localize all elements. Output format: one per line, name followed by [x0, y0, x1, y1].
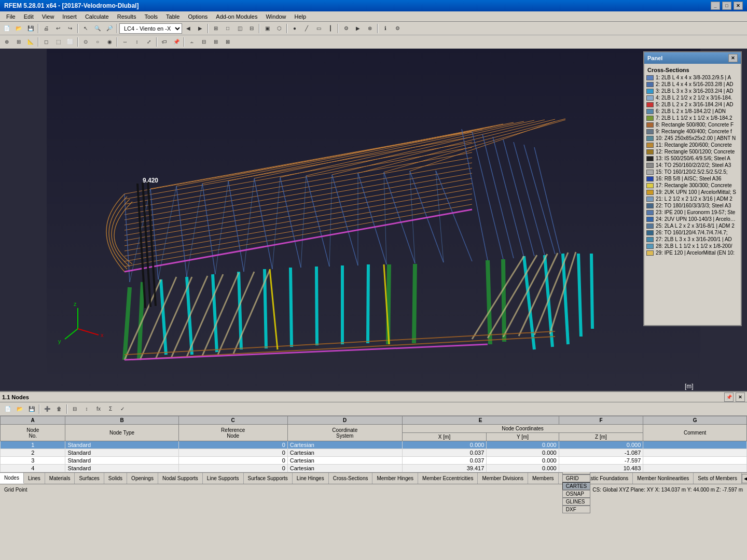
tab-nodes[interactable]: Nodes: [0, 473, 24, 484]
cross-section-item[interactable]: 26: TO 160/120/4.7/4.7/4.7/4.7;: [645, 229, 740, 236]
status-btn-cartes[interactable]: CARTES: [562, 482, 590, 490]
tb2-measure[interactable]: 📐: [25, 36, 36, 48]
tb-view2[interactable]: □: [222, 23, 233, 34]
status-btn-dxf[interactable]: DXF: [562, 506, 590, 513]
tab-openings[interactable]: Openings: [127, 473, 158, 484]
cross-section-item[interactable]: 7: 2LB L 1 1/2 x 1 1/2 x 1/8-184.2: [645, 115, 740, 121]
cross-section-item[interactable]: 6: 2LB L 2 x 1/8-184.2/2 | ADN: [645, 108, 740, 115]
status-btn-grid[interactable]: GRID: [562, 474, 590, 482]
cross-section-item[interactable]: 25: 2LA L 2 x 2 x 3/16-8/1 | ADM 2: [645, 222, 740, 229]
tb-line[interactable]: ╱: [301, 23, 312, 34]
cross-section-item[interactable]: 3: 2LB L 3 x 3 x 3/16-203.2/4 | AD: [645, 88, 740, 94]
tb2-axis3[interactable]: ⤢: [143, 36, 155, 48]
menu-help[interactable]: Help: [290, 12, 311, 21]
tb-table-save[interactable]: 💾: [26, 403, 37, 415]
cross-section-item[interactable]: 2: 2LB L 4 x 4 x 5/16-203.2/8 | AD: [645, 81, 740, 88]
menu-addon[interactable]: Add-on Modules: [212, 12, 261, 21]
tab-cross-sections[interactable]: Cross-Sections: [329, 473, 373, 484]
load-case-dropdown[interactable]: LC4 - Viento en -X: [119, 23, 182, 34]
menu-calculate[interactable]: Calculate: [81, 12, 113, 21]
tb-save[interactable]: 💾: [25, 23, 36, 34]
cross-section-item[interactable]: 22: TO 180/160/3/3/3/3; Steel A3: [645, 202, 740, 209]
tb-member[interactable]: ┃: [325, 23, 336, 34]
table-pin-button[interactable]: 📌: [724, 393, 734, 402]
tb-node[interactable]: ●: [289, 23, 300, 34]
status-btn-osnap[interactable]: OSNAP: [562, 490, 590, 498]
close-button[interactable]: ✕: [734, 2, 743, 10]
tab-line-supports[interactable]: Line Supports: [203, 473, 244, 484]
cross-section-item[interactable]: 12: Rectangle 500/1200; Concrete: [645, 148, 740, 155]
cross-section-item[interactable]: 13: IS 500/250/6.4/9.5/6; Steel A: [645, 155, 740, 162]
tb-view4[interactable]: ⊟: [246, 23, 257, 34]
tb-table-new[interactable]: 📄: [2, 403, 13, 415]
tb2-grid[interactable]: ⊞: [13, 36, 24, 48]
menu-window[interactable]: Window: [261, 12, 290, 21]
tb2-filter1[interactable]: ⫠: [186, 36, 198, 48]
tb2-filter4[interactable]: ⊠: [222, 36, 233, 48]
cross-section-item[interactable]: 19: 2UK UPN 100 | ArcelorMittal; S: [645, 189, 740, 195]
table-row[interactable]: 4 Standard 0 Cartesian 39.417 0.000 10.4…: [1, 465, 747, 472]
tb-prev[interactable]: ◀: [183, 23, 194, 34]
tb2-tag1[interactable]: 🏷: [159, 36, 170, 48]
tb2-display2[interactable]: ○: [92, 36, 103, 48]
tab-nodal-supports[interactable]: Nodal Supports: [158, 473, 203, 484]
tb-settings[interactable]: ⚙: [392, 23, 403, 34]
cross-section-item[interactable]: 28: 2LB L 1 1/2 x 1 1/2 x 1/8-200/: [645, 243, 740, 249]
tb-table-del[interactable]: 🗑: [53, 403, 65, 415]
table-close-button[interactable]: ✕: [736, 393, 745, 402]
menu-tools[interactable]: Tools: [140, 12, 162, 21]
tb-cursor[interactable]: ↖: [80, 23, 91, 34]
menu-options[interactable]: Options: [184, 12, 212, 21]
menu-insert[interactable]: Insert: [58, 12, 81, 21]
tb-new[interactable]: 📄: [1, 23, 12, 34]
cross-section-item[interactable]: 10: Z45 250x85x25x2.00 | ABNT N: [645, 135, 740, 142]
cross-section-item[interactable]: 17: Rectangle 300/300; Concrete: [645, 182, 740, 189]
tb-view3[interactable]: ◫: [234, 23, 245, 34]
tb-table-sigma[interactable]: Σ: [105, 403, 116, 415]
tab-surface-supports[interactable]: Surface Supports: [244, 473, 293, 484]
cross-section-item[interactable]: 24: 2UV UPN 100-140/3 | Arcelorm: [645, 216, 740, 222]
tb-surface[interactable]: ▭: [313, 23, 324, 34]
tb-redo[interactable]: ↪: [64, 23, 76, 34]
tb-open[interactable]: 📂: [13, 23, 24, 34]
cross-section-item[interactable]: 9: Rectangle 400/400; Concrete f: [645, 128, 740, 135]
cross-section-item[interactable]: 29: IPE 120 | ArcelorMittal (EN 10:: [645, 249, 740, 256]
tb-table-open[interactable]: 📂: [14, 403, 25, 415]
tb-zoom-out[interactable]: 🔎: [104, 23, 115, 34]
tab-member-eccentricities[interactable]: Member Eccentricities: [418, 473, 478, 484]
tb2-tag2[interactable]: 📌: [171, 36, 182, 48]
viewport-3d[interactable]: 9.420 z y x [m] Panel ✕ Cross-Sections 1…: [0, 49, 747, 391]
table-row[interactable]: 2 Standard 0 Cartesian 0.037 0.000 -1.08…: [1, 449, 747, 457]
minimize-button[interactable]: _: [711, 2, 720, 10]
tb2-axis2[interactable]: ↕: [131, 36, 143, 48]
tb-table-add[interactable]: ➕: [42, 403, 53, 415]
cross-section-item[interactable]: 1: 2LB L 4 x 4 x 3/8-203.2/9.5 | A: [645, 74, 740, 81]
cross-section-item[interactable]: 21: L 2 1/2 x 2 1/2 x 3/16 | ADM 2: [645, 195, 740, 202]
tb-next[interactable]: ▶: [195, 23, 206, 34]
menu-file[interactable]: File: [2, 12, 20, 21]
tb2-snap[interactable]: ⊕: [1, 36, 12, 48]
tb2-display3[interactable]: ◉: [104, 36, 115, 48]
tab-line-hinges[interactable]: Line Hinges: [293, 473, 329, 484]
cross-section-item[interactable]: 8: Rectangle 500/800; Concrete F: [645, 121, 740, 128]
tb-info[interactable]: ℹ: [380, 23, 391, 34]
tb2-sel1[interactable]: ◻: [40, 36, 52, 48]
tab-member-divisions[interactable]: Member Divisions: [478, 473, 528, 484]
menu-edit[interactable]: Edit: [20, 12, 38, 21]
cross-section-item[interactable]: 11: Rectangle 200/600; Concrete: [645, 142, 740, 148]
tb-table-fx[interactable]: fx: [93, 403, 104, 415]
menu-view[interactable]: View: [38, 12, 59, 21]
menu-table[interactable]: Table: [162, 12, 184, 21]
tb-wireframe[interactable]: ⬡: [273, 23, 285, 34]
menu-results[interactable]: Results: [113, 12, 141, 21]
tb-calc2[interactable]: ▶: [352, 23, 364, 34]
tb-calc3[interactable]: ⊗: [364, 23, 376, 34]
tab-member-hinges[interactable]: Member Hinges: [372, 473, 418, 484]
tab-solids[interactable]: Solids: [104, 473, 127, 484]
tab-members[interactable]: Members: [528, 473, 559, 484]
tb-calc1[interactable]: ⚙: [340, 23, 352, 34]
tb-print[interactable]: 🖨: [40, 23, 52, 34]
cross-section-item[interactable]: 15: TO 160/120/2.5/2.5/2.5/2.5;: [645, 169, 740, 175]
status-btn-glines[interactable]: GLINES: [562, 498, 590, 506]
tb2-sel3[interactable]: ⬜: [64, 36, 76, 48]
